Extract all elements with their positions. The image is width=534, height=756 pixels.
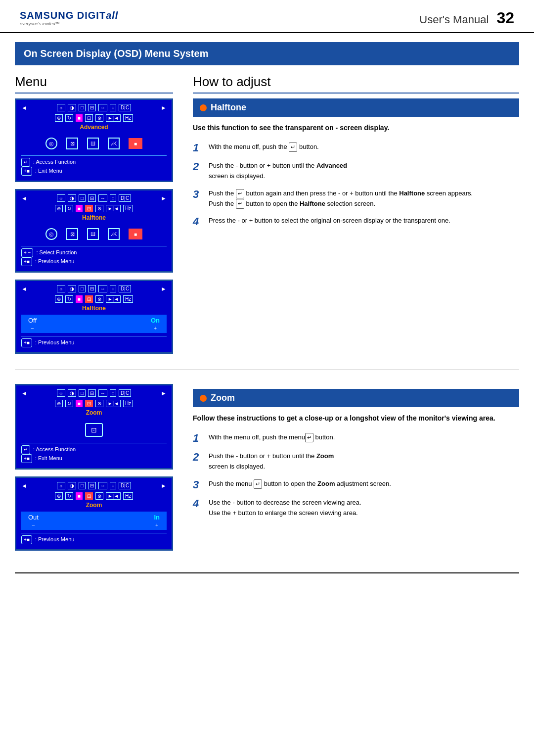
- footer-prev-z2: : Previous Menu: [35, 535, 74, 544]
- minus-sign-z: −: [32, 522, 35, 528]
- osd-top-row-z2: ◄ ☼ ◑ □ ⊟ ↔ ↕ D|C ►: [21, 481, 167, 490]
- arrow-left-3: ◄: [21, 285, 27, 292]
- out-label: Out: [28, 514, 39, 521]
- h1-icon2: ⊠: [66, 228, 78, 240]
- c3-rec: ⊗: [95, 295, 103, 303]
- color-icon: ■: [76, 114, 83, 122]
- on-item: On +: [151, 317, 160, 331]
- exit-key: +■: [21, 167, 32, 176]
- z2-brightness: ☼: [57, 482, 65, 489]
- c3-pin: ⊕: [55, 295, 63, 303]
- footer-line-1: ↵ : Access Function: [21, 158, 167, 167]
- z2-hz: Hz: [123, 492, 133, 500]
- halftone-content: Menu ◄ ☼ ◑ □ ⊟ ↔ ↕ D|C ► ⊕: [0, 65, 534, 361]
- b2-phase: ↔: [98, 194, 107, 202]
- icon-cross: ⊠: [66, 138, 78, 149]
- z1-icon1: ⊡: [85, 423, 103, 437]
- osd-second-icons-3: ⊕ ↻ ■ ⊡ ⊗ ►|◄ Hz: [55, 295, 134, 303]
- z1-brightness: ☼: [57, 389, 65, 397]
- page-header: SAMSUNG DIGITall everyone's invited™ Use…: [0, 0, 534, 33]
- osd-top-icons-z2: ☼ ◑ □ ⊟ ↔ ↕ D|C: [57, 482, 131, 489]
- footer-select-label: : Select Function: [36, 248, 77, 257]
- step-text-2: Push the - button or + button until the …: [209, 161, 347, 182]
- footer-exit-label: : Exit Menu: [35, 167, 62, 176]
- c3-inf: ►|◄: [106, 295, 121, 303]
- z1-rec: ⊗: [95, 400, 103, 407]
- arrow-left-z2: ◄: [21, 482, 27, 489]
- z1-contrast: ◑: [68, 389, 76, 397]
- arrow-right-icon: ►: [161, 104, 167, 111]
- osd-footer-advanced: ↵ : Access Function +■ : Exit Menu: [21, 155, 167, 176]
- osd-menu-icons-2: ◎ ⊠ Ш ♪K ■: [21, 222, 167, 244]
- step-4: 4 Press the - or + button to select the …: [193, 216, 519, 228]
- z2-rot: ↻: [65, 492, 73, 500]
- arrow-right-z2: ►: [161, 482, 167, 489]
- step-text-4: Press the - or + button to select the or…: [209, 216, 450, 226]
- z1-col: ■: [76, 400, 83, 407]
- osd-second-icons-z2: ⊕ ↻ ■ ⊡ ⊗ ►|◄ Hz: [55, 492, 134, 500]
- info-icon: ►|◄: [106, 114, 121, 122]
- step-2: 2 Push the - button or + button until th…: [193, 161, 519, 182]
- brightness-icon: ☼: [57, 104, 65, 111]
- how-to-adjust-header: How to adjust: [193, 70, 519, 94]
- osd-top-row-2: ◄ ☼ ◑ □ ⊟ ↔ ↕ D|C ►: [21, 193, 167, 203]
- z2-pin: ⊕: [55, 492, 63, 500]
- footer-access-label: : Access Function: [33, 158, 76, 167]
- b2-dic: D|C: [119, 194, 131, 202]
- b2-brightness: ☼: [57, 194, 65, 202]
- b2-pos: □: [79, 194, 86, 202]
- recall-icon: ⊗: [95, 114, 103, 122]
- osd-halftone-select: Off − On +: [21, 315, 167, 333]
- position-icon: □: [79, 104, 86, 111]
- h1-icon3: Ш: [87, 228, 99, 240]
- osd-top-icons-z1: ☼ ◑ □ ⊟ ↔ ↕ D|C: [57, 389, 131, 397]
- arrow-left-z1: ◄: [21, 390, 27, 397]
- halftone-steps: 1 With the menu off, push the ↵ button. …: [193, 142, 519, 228]
- step-num-2: 2: [193, 161, 203, 173]
- osd-footer-zoom1: ↵ : Access Function +■ : Exit Menu: [21, 443, 167, 463]
- z2-sel: ⊡: [85, 492, 93, 500]
- zoom-step-3: 3 Push the menu ↵ button to open the Zoo…: [193, 479, 519, 491]
- z1-size: ↕: [110, 389, 116, 397]
- h1-icon5: ■: [129, 229, 142, 239]
- zoom-steps: 1 With the menu off, push the menu↵ butt…: [193, 432, 519, 519]
- prev-key-1: +■: [21, 257, 32, 266]
- z2-dic: D|C: [119, 482, 131, 489]
- osd-second-row: ⊕ ↻ ■ ⊡ ⊗ ►|◄ Hz: [21, 113, 167, 123]
- osd-top-row-z1: ◄ ☼ ◑ □ ⊟ ↔ ↕ D|C ►: [21, 388, 167, 398]
- hz-icon: Hz: [123, 114, 133, 122]
- osd-top-icons: ☼ ◑ □ ⊟ ↔ ↕ D|C: [57, 104, 131, 111]
- z1-geom: ⊟: [88, 389, 96, 397]
- minus-sign: −: [31, 325, 34, 331]
- zoom-step-1: 1 With the menu off, push the menu↵ butt…: [193, 432, 519, 444]
- icon-k: ♪K: [108, 138, 120, 149]
- arrow-right-3: ►: [161, 285, 167, 292]
- osd-screen-halftone2: ◄ ☼ ◑ □ ⊟ ↔ ↕ D|C ► ⊕ ↻ ■ ⊡: [15, 280, 173, 354]
- z1-pin: ⊕: [55, 400, 63, 407]
- osd-footer-halftone1: + − : Select Function +■ : Previous Menu: [21, 246, 167, 266]
- osd-second-row-z2: ⊕ ↻ ■ ⊡ ⊗ ►|◄ Hz: [21, 491, 167, 501]
- icon-bar: Ш: [87, 138, 99, 149]
- page-title-bar: On Screen Display (OSD) Menu System: [15, 42, 519, 65]
- z1-inf: ►|◄: [106, 400, 121, 407]
- osd-top-icons-2: ☼ ◑ □ ⊟ ↔ ↕ D|C: [57, 194, 131, 202]
- zoom-content: ◄ ☼ ◑ □ ⊟ ↔ ↕ D|C ► ⊕ ↻ ■ ⊡: [0, 379, 534, 558]
- right-column-halftone: How to adjust Halftone Use this function…: [183, 65, 519, 361]
- b2-rot: ↻: [65, 205, 73, 212]
- osd-footer-zoom2: +■ : Previous Menu: [21, 533, 167, 544]
- pincushion-icon: ⊕: [55, 114, 63, 122]
- z2-col: ■: [76, 492, 83, 500]
- zoom-intro: Follow these instructions to get a close…: [193, 413, 519, 424]
- z1-rot: ↻: [65, 400, 73, 407]
- rotation-icon: ↻: [65, 114, 73, 122]
- osd-label-halftone2: Halftone: [21, 305, 167, 312]
- z1-dic: D|C: [119, 389, 131, 397]
- menu-column-header: Menu: [15, 70, 173, 94]
- osd-top-icons-3: ☼ ◑ □ ⊟ ↔ ↕ D|C: [57, 285, 131, 292]
- arrow-left-2: ◄: [21, 195, 27, 202]
- step-1: 1 With the menu off, push the ↵ button.: [193, 142, 519, 154]
- enter-key: ↵: [21, 158, 30, 167]
- h1-icon4: ♪K: [108, 228, 120, 240]
- in-label: In: [154, 514, 160, 521]
- osd-second-row-2: ⊕ ↻ ■ ⊡ ⊗ ►|◄ Hz: [21, 204, 167, 213]
